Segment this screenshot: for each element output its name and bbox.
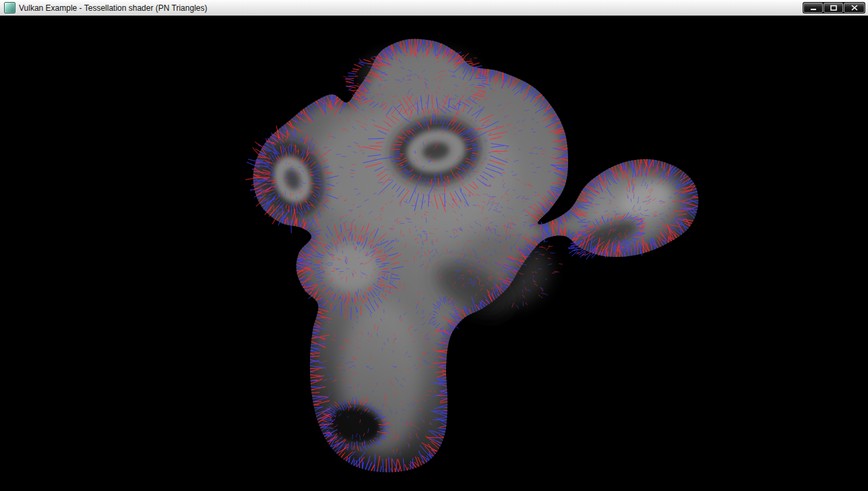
close-button[interactable]	[844, 3, 865, 13]
app-window: Vulkan Example - Tessellation shader (PN…	[0, 0, 868, 491]
minimize-icon	[810, 5, 817, 11]
window-controls	[803, 2, 865, 13]
maximize-button[interactable]	[824, 3, 843, 13]
scene-svg	[0, 17, 868, 491]
window-title: Vulkan Example - Tessellation shader (PN…	[19, 3, 803, 13]
titlebar[interactable]: Vulkan Example - Tessellation shader (PN…	[0, 0, 868, 16]
minimize-button[interactable]	[803, 3, 823, 13]
vulkan-app-icon[interactable]	[4, 2, 16, 13]
render-viewport[interactable]	[0, 17, 868, 491]
maximize-icon	[830, 5, 837, 11]
close-icon	[851, 5, 858, 11]
